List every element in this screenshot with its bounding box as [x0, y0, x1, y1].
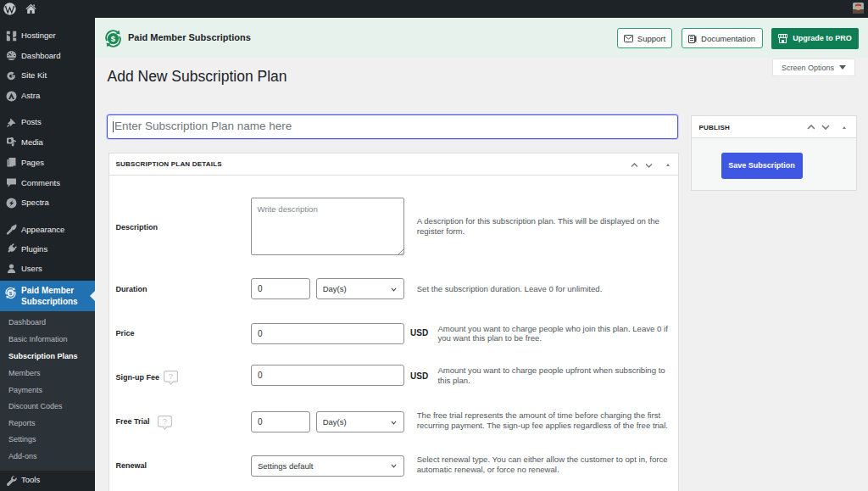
svg-text:?: ? — [169, 371, 173, 381]
svg-text:$: $ — [9, 289, 13, 295]
svg-text:?: ? — [162, 416, 166, 426]
svg-text:$: $ — [111, 34, 116, 43]
